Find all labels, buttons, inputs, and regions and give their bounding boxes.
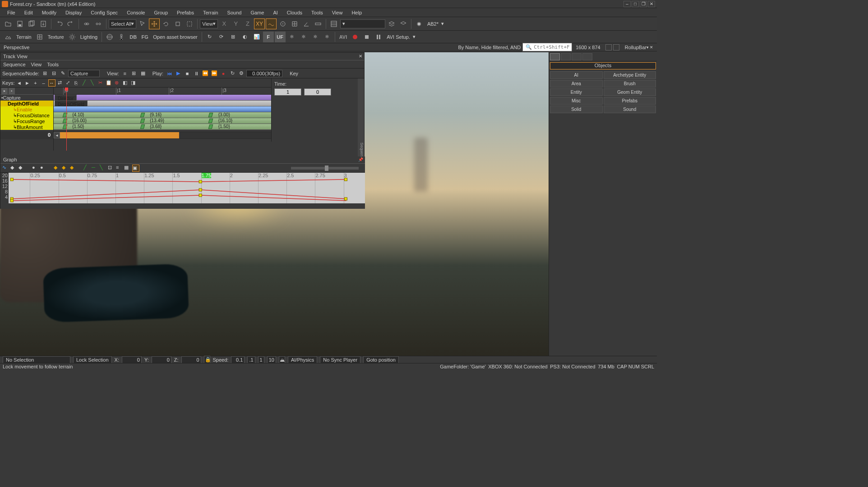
lighting-tool-icon[interactable] bbox=[67, 32, 78, 42]
g-c2-icon[interactable]: ◆ bbox=[62, 165, 69, 172]
g-fit-icon[interactable]: ⊡ bbox=[108, 165, 115, 172]
rollup-close-icon[interactable]: ✕ bbox=[650, 45, 653, 50]
menu-console[interactable]: Console bbox=[123, 9, 148, 17]
tv-play-icon[interactable]: ▶ bbox=[174, 69, 182, 78]
key-add-icon[interactable]: + bbox=[32, 79, 39, 87]
tv-gostart-icon[interactable]: ⏮ bbox=[165, 69, 173, 78]
rollup-tab-display[interactable] bbox=[572, 53, 582, 60]
obj-solid-button[interactable]: Solid bbox=[550, 106, 603, 113]
select-icon[interactable] bbox=[137, 18, 148, 29]
lock-xyz-icon[interactable]: 🔒 bbox=[204, 356, 210, 363]
viewport[interactable]: Track View ✕ Sequence View Tools Sequenc… bbox=[0, 52, 549, 357]
tree-capture[interactable]: ▪ Capture bbox=[0, 95, 53, 101]
key-extra1-icon[interactable]: ⊗ bbox=[113, 79, 120, 87]
key-extra3-icon[interactable]: ◨ bbox=[129, 79, 137, 87]
selectarea-icon[interactable] bbox=[184, 18, 195, 29]
key-scale-icon[interactable]: ⤢ bbox=[65, 79, 72, 87]
g-c3-icon[interactable]: ◆ bbox=[70, 165, 77, 172]
tv-record-icon[interactable]: ● bbox=[219, 69, 227, 78]
ruler-icon[interactable] bbox=[313, 18, 323, 29]
g-t2-icon[interactable]: ◆ bbox=[18, 165, 26, 172]
terrain-tool-icon[interactable] bbox=[3, 32, 14, 42]
layer-settings-icon[interactable] bbox=[398, 18, 409, 29]
tv-stop-icon[interactable]: ■ bbox=[183, 69, 191, 78]
viewport-option1-icon[interactable] bbox=[605, 44, 612, 51]
select-filter-dropdown[interactable]: Select All ▾ bbox=[109, 19, 136, 28]
layers-icon[interactable] bbox=[386, 18, 397, 29]
menu-terrain[interactable]: Terrain bbox=[199, 9, 222, 17]
tree-bluramount[interactable]: ↳ BlurAmount bbox=[0, 124, 53, 130]
menu-ai[interactable]: AI bbox=[269, 9, 281, 17]
key-slide-icon[interactable]: ⇄ bbox=[56, 79, 64, 87]
record-icon[interactable] bbox=[350, 32, 360, 42]
db-button[interactable]: DB bbox=[128, 32, 139, 42]
restore-button[interactable]: ❐ bbox=[640, 1, 647, 7]
open-icon[interactable] bbox=[3, 18, 14, 29]
tree-icon[interactable]: ▪ bbox=[9, 88, 15, 94]
gotoposition-button[interactable]: Goto position bbox=[363, 356, 399, 363]
texture-label[interactable]: Texture bbox=[46, 34, 66, 40]
pause-icon[interactable] bbox=[373, 32, 384, 42]
snap-target-icon[interactable] bbox=[277, 18, 288, 29]
unlink-icon[interactable] bbox=[93, 18, 104, 29]
reload-terrain-icon[interactable]: ◐ bbox=[240, 32, 250, 42]
key-cut-icon[interactable]: ✂ bbox=[97, 79, 104, 87]
fg-button[interactable]: FG bbox=[139, 32, 150, 42]
save-icon[interactable] bbox=[14, 18, 25, 29]
menu-modify[interactable]: Modify bbox=[38, 9, 60, 17]
tv-view1-icon[interactable]: ≡ bbox=[121, 69, 129, 78]
g-c1-icon[interactable]: ◆ bbox=[54, 165, 61, 172]
move-icon[interactable] bbox=[149, 18, 160, 29]
menu-view[interactable]: View bbox=[328, 9, 346, 17]
g-tan2-icon[interactable]: ─ bbox=[92, 165, 99, 172]
tv-menu-view[interactable]: View bbox=[31, 62, 42, 67]
axis-x-button[interactable]: X bbox=[219, 18, 230, 29]
obj-misc-button[interactable]: Misc bbox=[550, 97, 603, 105]
tv-view2-icon[interactable]: ⊞ bbox=[130, 69, 138, 78]
texture-tool-icon[interactable] bbox=[34, 32, 45, 42]
obj-brush-button[interactable]: Brush bbox=[604, 80, 656, 87]
graph-pin-icon[interactable]: 📌 bbox=[358, 157, 363, 162]
maximize-button[interactable]: □ bbox=[632, 1, 639, 7]
rotate-icon[interactable] bbox=[161, 18, 171, 29]
reload-script-icon[interactable]: ↻ bbox=[204, 32, 215, 42]
menu-tools[interactable]: Tools bbox=[308, 9, 327, 17]
rollup-tab-layers[interactable] bbox=[582, 53, 592, 60]
scroll-thumb[interactable] bbox=[60, 132, 179, 138]
obj-ai-button[interactable]: AI bbox=[550, 71, 603, 79]
playhead[interactable] bbox=[66, 87, 67, 151]
g-spline-icon[interactable]: ∿ bbox=[2, 165, 9, 172]
key-copy-icon[interactable]: ⎘ bbox=[73, 79, 80, 87]
key-next-icon[interactable]: ► bbox=[24, 79, 31, 87]
key-move-icon[interactable]: ↔ bbox=[48, 79, 55, 87]
lock-selection-button[interactable]: Lock Selection bbox=[73, 356, 112, 363]
tree-focusdistance[interactable]: ↳ FocusDistance bbox=[0, 112, 53, 118]
tv-menu-sequence[interactable]: Sequence bbox=[3, 62, 26, 67]
menu-prefabs[interactable]: Prefabs bbox=[173, 9, 198, 17]
obj-prefabs-button[interactable]: Prefabs bbox=[604, 97, 656, 105]
globe-icon[interactable] bbox=[104, 32, 115, 42]
terrain-label[interactable]: Terrain bbox=[14, 34, 33, 40]
graph-zoom-slider[interactable] bbox=[291, 167, 359, 170]
key-value-input[interactable] bbox=[304, 88, 331, 96]
key-time-input[interactable] bbox=[274, 88, 301, 96]
chart-icon[interactable]: 📊 bbox=[251, 32, 262, 42]
menu-configspec[interactable]: Config Spec bbox=[87, 9, 121, 17]
open-asset-browser-button[interactable]: Open asset browser bbox=[151, 34, 199, 40]
key-del-icon[interactable]: – bbox=[40, 79, 47, 87]
rollup-tab-modify[interactable] bbox=[561, 53, 571, 60]
obj-geom-button[interactable]: Geom Entity bbox=[604, 88, 656, 96]
seq-add-icon[interactable]: ⊞ bbox=[41, 69, 49, 78]
obj-entity-button[interactable]: Entity bbox=[550, 88, 603, 96]
aiphysics-button[interactable]: AI/Physics bbox=[288, 356, 317, 363]
axis-z-button[interactable]: Z bbox=[242, 18, 253, 29]
f-button[interactable]: F bbox=[263, 32, 274, 42]
obj-sound-button[interactable]: Sound bbox=[604, 106, 656, 113]
tv-loop-icon[interactable]: ↻ bbox=[228, 69, 236, 78]
viewport-option2-icon[interactable] bbox=[613, 44, 619, 51]
ab2-dropdown-icon[interactable]: ▾ bbox=[441, 21, 444, 27]
terrain-follow-icon[interactable] bbox=[266, 18, 277, 29]
physics4-icon[interactable]: ⚛ bbox=[322, 32, 332, 42]
tree-expand-icon[interactable]: ▸ bbox=[1, 88, 8, 94]
graph-canvas[interactable]: 20161284 0.25 0.5 0.75 1 1.25 1.5 1.75 2… bbox=[0, 173, 365, 203]
